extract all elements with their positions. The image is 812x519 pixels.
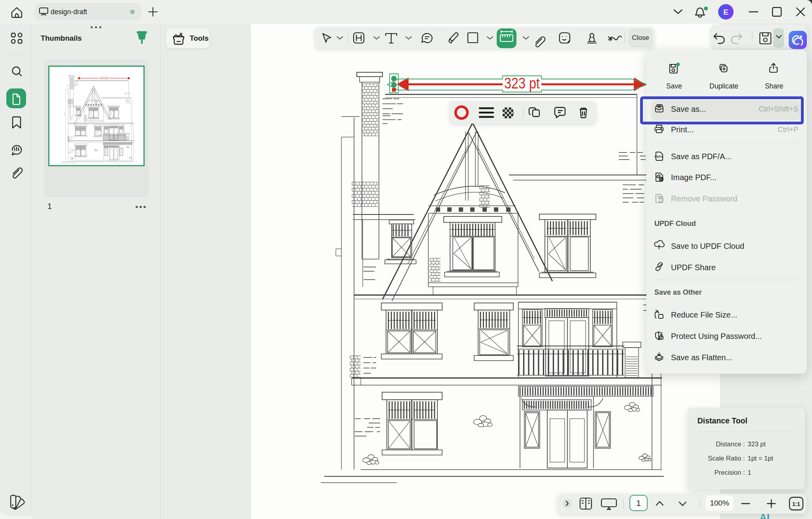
svg-text:PDF/A: PDF/A <box>655 155 664 158</box>
svg-text:E: E <box>723 8 729 16</box>
svg-text:323 pt: 323 pt <box>504 75 540 92</box>
svg-text:1:1: 1:1 <box>792 501 800 507</box>
